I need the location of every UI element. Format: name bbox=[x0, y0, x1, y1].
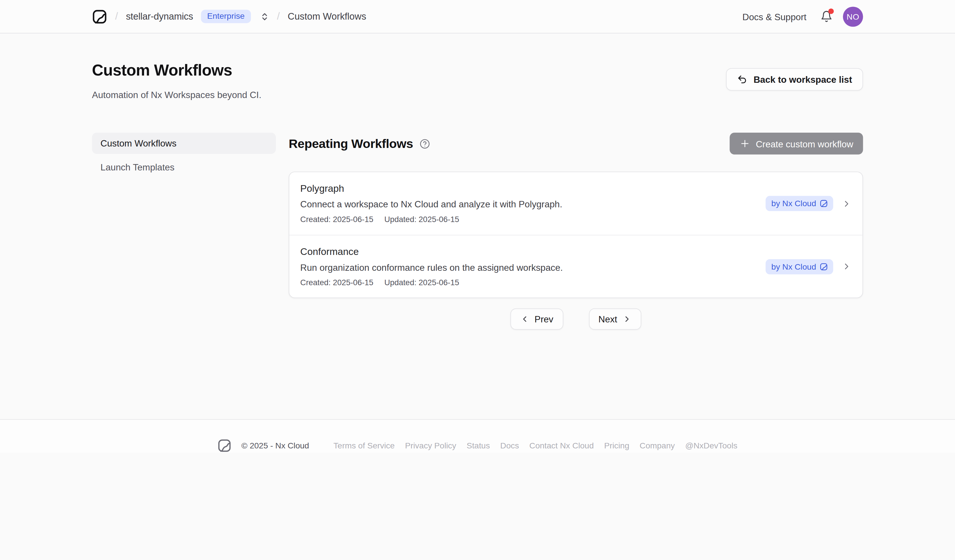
undo-arrow-icon bbox=[737, 74, 747, 84]
back-to-workspace-list-button[interactable]: Back to workspace list bbox=[726, 68, 863, 90]
footer-link-company[interactable]: Company bbox=[640, 441, 675, 451]
create-button-label: Create custom workflow bbox=[756, 139, 853, 149]
workflow-description: Run organization conformance rules on th… bbox=[300, 262, 766, 272]
workflow-meta: Created: 2025-06-15 Updated: 2025-06-15 bbox=[300, 278, 766, 287]
prev-label: Prev bbox=[535, 314, 553, 324]
footer-links: Terms of Service Privacy Policy Status D… bbox=[333, 441, 737, 451]
top-navigation: / stellar-dynamics Enterprise / Custom W… bbox=[0, 0, 955, 33]
chevron-left-icon bbox=[520, 315, 529, 324]
help-icon[interactable] bbox=[420, 139, 430, 149]
workflow-created: Created: 2025-06-15 bbox=[300, 278, 373, 287]
workflow-info: Conformance Run organization conformance… bbox=[300, 246, 766, 287]
breadcrumb: / stellar-dynamics Enterprise / Custom W… bbox=[92, 9, 366, 24]
pagination: Prev Next bbox=[289, 309, 863, 330]
breadcrumb-org[interactable]: stellar-dynamics bbox=[126, 11, 193, 22]
workflow-updated: Updated: 2025-06-15 bbox=[384, 215, 459, 224]
page-heading-block: Custom Workflows Automation of Nx Worksp… bbox=[92, 61, 261, 100]
next-page-button[interactable]: Next bbox=[589, 309, 642, 330]
workflow-row-conformance[interactable]: Conformance Run organization conformance… bbox=[289, 235, 862, 297]
footer-link-status[interactable]: Status bbox=[467, 441, 490, 451]
footer-link-contact[interactable]: Contact Nx Cloud bbox=[529, 441, 594, 451]
badge-label: by Nx Cloud bbox=[772, 262, 816, 271]
workflow-description: Connect a workspace to Nx Cloud and anal… bbox=[300, 199, 766, 209]
footer-link-terms[interactable]: Terms of Service bbox=[333, 441, 395, 451]
next-label: Next bbox=[598, 314, 617, 324]
nx-cloud-footer-logo-icon bbox=[218, 438, 232, 453]
workflow-info: Polygraph Connect a workspace to Nx Clou… bbox=[300, 183, 766, 224]
footer-link-docs[interactable]: Docs bbox=[500, 441, 519, 451]
workflow-name: Conformance bbox=[300, 246, 766, 257]
plus-icon bbox=[739, 138, 750, 149]
workflow-created: Created: 2025-06-15 bbox=[300, 215, 373, 224]
page-title: Custom Workflows bbox=[92, 61, 261, 80]
footer-link-pricing[interactable]: Pricing bbox=[604, 441, 629, 451]
sidebar-item-custom-workflows[interactable]: Custom Workflows bbox=[92, 133, 276, 154]
nx-cloud-app: / stellar-dynamics Enterprise / Custom W… bbox=[0, 0, 955, 560]
sidebar-item-launch-templates[interactable]: Launch Templates bbox=[92, 156, 276, 178]
by-nx-cloud-badge[interactable]: by Nx Cloud bbox=[766, 196, 833, 211]
plan-badge: Enterprise bbox=[201, 9, 250, 23]
nx-cloud-logo-icon[interactable] bbox=[92, 9, 107, 24]
workflow-row-actions: by Nx Cloud bbox=[766, 196, 852, 211]
prev-page-button[interactable]: Prev bbox=[510, 309, 563, 330]
notification-dot bbox=[828, 9, 834, 14]
nx-logo-icon bbox=[820, 262, 828, 270]
by-nx-cloud-badge[interactable]: by Nx Cloud bbox=[766, 259, 833, 274]
create-custom-workflow-button[interactable]: Create custom workflow bbox=[730, 133, 863, 154]
workflow-name: Polygraph bbox=[300, 183, 766, 194]
docs-support-link[interactable]: Docs & Support bbox=[742, 11, 806, 22]
back-button-label: Back to workspace list bbox=[753, 74, 852, 84]
footer-link-twitter[interactable]: @NxDevTools bbox=[685, 441, 737, 451]
workflow-row-polygraph[interactable]: Polygraph Connect a workspace to Nx Clou… bbox=[289, 172, 862, 235]
workflow-updated: Updated: 2025-06-15 bbox=[384, 278, 459, 287]
repeating-workflows-panel: Repeating Workflows Create custom workfl… bbox=[289, 133, 863, 330]
breadcrumb-separator: / bbox=[277, 10, 280, 22]
copyright-text: © 2025 - Nx Cloud bbox=[241, 441, 309, 451]
main-content: Custom Workflows Automation of Nx Worksp… bbox=[0, 33, 955, 420]
workspace-switcher-icon[interactable] bbox=[260, 12, 269, 21]
breadcrumb-page: Custom Workflows bbox=[288, 11, 366, 22]
chevron-right-icon bbox=[842, 262, 852, 271]
notifications-button[interactable] bbox=[820, 10, 833, 22]
workflows-sidebar: Custom Workflows Launch Templates bbox=[92, 133, 276, 330]
chevron-right-icon bbox=[623, 315, 632, 324]
workflow-meta: Created: 2025-06-15 Updated: 2025-06-15 bbox=[300, 215, 766, 224]
footer: © 2025 - Nx Cloud Terms of Service Priva… bbox=[0, 420, 955, 453]
header-actions: Docs & Support NO bbox=[742, 6, 863, 27]
nx-logo-icon bbox=[820, 200, 828, 207]
user-avatar[interactable]: NO bbox=[843, 6, 863, 27]
chevron-right-icon bbox=[842, 199, 852, 209]
workflows-card: Polygraph Connect a workspace to Nx Clou… bbox=[289, 172, 863, 298]
section-title: Repeating Workflows bbox=[289, 136, 413, 151]
footer-link-privacy[interactable]: Privacy Policy bbox=[405, 441, 456, 451]
page-subtitle: Automation of Nx Workspaces beyond CI. bbox=[92, 89, 261, 100]
breadcrumb-separator: / bbox=[115, 10, 118, 22]
workflow-row-actions: by Nx Cloud bbox=[766, 259, 852, 274]
badge-label: by Nx Cloud bbox=[772, 199, 816, 208]
